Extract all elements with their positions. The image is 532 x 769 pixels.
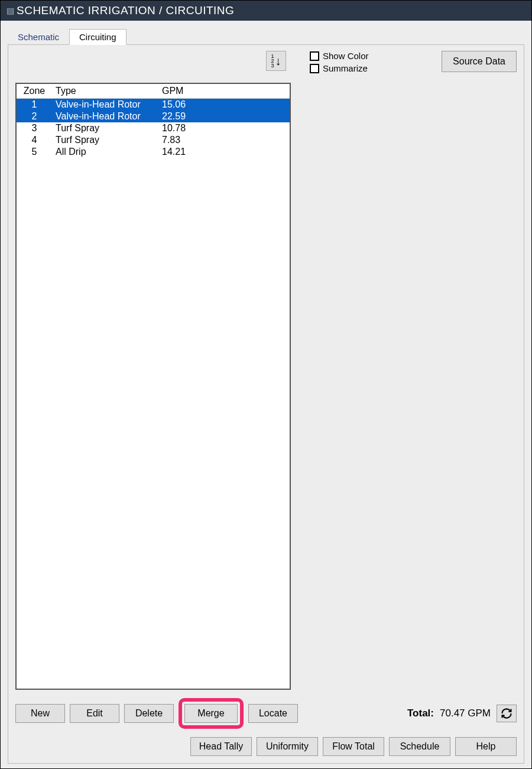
window-title: SCHEMATIC IRRIGATION / CIRCUITING	[17, 4, 234, 17]
flow-total-button[interactable]: Flow Total	[323, 737, 384, 756]
summarize-label: Summarize	[323, 63, 368, 73]
tab-circuiting[interactable]: Circuiting	[69, 29, 126, 45]
checkbox-icon	[310, 64, 319, 73]
zone-grid[interactable]: Zone Type GPM 1Valve-in-Head Rotor15.062…	[15, 83, 291, 690]
cell-gpm: 15.06	[158, 99, 206, 111]
tab-schematic[interactable]: Schematic	[8, 29, 69, 44]
total-value: 70.47 GPM	[440, 708, 491, 719]
total-label: Total:	[407, 708, 434, 719]
cell-zone: 5	[17, 146, 52, 158]
new-button[interactable]: New	[15, 704, 65, 723]
cell-gpm: 10.78	[158, 122, 206, 134]
footer-button-row: Head Tally Uniformity Flow Total Schedul…	[15, 737, 517, 756]
refresh-icon	[501, 708, 512, 719]
arrow-down-icon: ↓	[275, 56, 281, 66]
cell-zone: 2	[17, 111, 52, 122]
merge-button[interactable]: Merge	[184, 704, 238, 723]
col-header-type[interactable]: Type	[52, 84, 158, 99]
tabstrip: Schematic Circuiting	[8, 28, 524, 44]
client-area: Schematic Circuiting 123 ↓ Show Color	[1, 21, 531, 768]
edit-button[interactable]: Edit	[70, 704, 119, 723]
cell-type: Valve-in-Head Rotor	[52, 111, 158, 122]
sort-button[interactable]: 123 ↓	[266, 51, 286, 71]
cell-gpm: 22.59	[158, 111, 206, 122]
tab-panel-circuiting: 123 ↓ Show Color Summarize Source Data	[8, 44, 524, 764]
merge-highlight: Merge	[179, 698, 244, 729]
cell-type: Valve-in-Head Rotor	[52, 99, 158, 111]
head-tally-button[interactable]: Head Tally	[190, 737, 252, 756]
cell-type: Turf Spray	[52, 122, 158, 134]
show-color-label: Show Color	[323, 51, 369, 61]
grid-header-row: Zone Type GPM	[17, 84, 290, 99]
cell-type: All Drip	[52, 146, 158, 158]
grid-button-row: New Edit Delete Merge Locate Total: 70.4…	[15, 698, 517, 729]
sort-numeric-icon: 123	[271, 54, 274, 68]
uniformity-button[interactable]: Uniformity	[257, 737, 318, 756]
top-toolbar: 123 ↓ Show Color Summarize Source Data	[15, 51, 517, 77]
total-display: Total: 70.47 GPM	[407, 705, 517, 722]
table-row[interactable]: 3Turf Spray10.78	[17, 122, 290, 134]
refresh-button[interactable]	[497, 705, 517, 722]
window-menu-icon: ▤	[7, 6, 13, 15]
show-color-checkbox[interactable]: Show Color	[310, 51, 369, 61]
table-row[interactable]: 5All Drip14.21	[17, 146, 290, 158]
checkbox-icon	[310, 51, 319, 61]
window: ▤ SCHEMATIC IRRIGATION / CIRCUITING Sche…	[0, 0, 532, 769]
cell-zone: 4	[17, 134, 52, 146]
cell-zone: 3	[17, 122, 52, 134]
col-header-gpm[interactable]: GPM	[158, 84, 206, 99]
checkbox-group: Show Color Summarize	[310, 51, 369, 73]
titlebar[interactable]: ▤ SCHEMATIC IRRIGATION / CIRCUITING	[1, 1, 531, 21]
cell-type: Turf Spray	[52, 134, 158, 146]
table-row[interactable]: 1Valve-in-Head Rotor15.06	[17, 99, 290, 111]
locate-button[interactable]: Locate	[248, 704, 298, 723]
delete-button[interactable]: Delete	[124, 704, 174, 723]
cell-gpm: 7.83	[158, 134, 206, 146]
cell-gpm: 14.21	[158, 146, 206, 158]
schedule-button[interactable]: Schedule	[389, 737, 450, 756]
col-header-zone[interactable]: Zone	[17, 84, 52, 99]
table-row[interactable]: 2Valve-in-Head Rotor22.59	[17, 111, 290, 122]
cell-zone: 1	[17, 99, 52, 111]
table-row[interactable]: 4Turf Spray7.83	[17, 134, 290, 146]
source-data-button[interactable]: Source Data	[442, 51, 517, 72]
summarize-checkbox[interactable]: Summarize	[310, 63, 369, 73]
help-button[interactable]: Help	[455, 737, 517, 756]
